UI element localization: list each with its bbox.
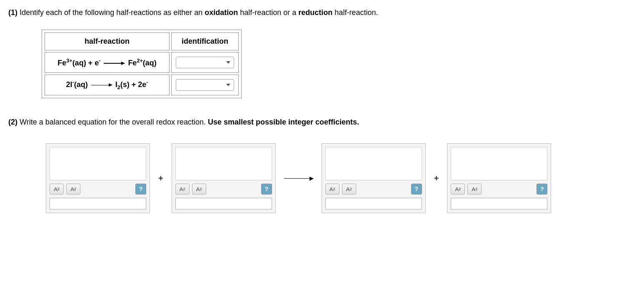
q1-number: (1) [8,8,17,17]
reactant-1-widget: A2 A2 ? [46,143,150,213]
product-1-input[interactable] [325,198,422,209]
table-row: Fe3+(aq) + e- Fe2+(aq) [45,52,239,73]
identification-select-1[interactable] [176,57,234,68]
reactant-1-toolbar: A2 A2 ? [50,184,146,194]
product-1-widget: A2 A2 ? [322,143,426,213]
product-2-toolbar: A2 A2 ? [451,184,547,194]
q1-text: (1) Identify each of the following half-… [8,7,636,18]
help-button[interactable]: ? [411,184,422,194]
table-row: 2I-(aq) I2(s) + 2e- [45,75,239,95]
q2-text: (2) Write a balanced equation for the ov… [8,117,636,127]
subscript-button[interactable]: A2 [50,184,64,194]
chevron-down-icon [226,84,230,86]
question-2: (2) Write a balanced equation for the ov… [8,117,636,213]
subscript-button[interactable]: A2 [451,184,465,194]
col-header-identification: identification [171,32,239,50]
reactant-2-widget: A2 A2 ? [172,143,276,213]
chevron-down-icon [226,61,230,64]
product-2-input[interactable] [451,198,547,209]
reaction-arrow-icon [284,178,313,179]
superscript-button[interactable]: A2 [342,184,356,194]
product-1-toolbar: A2 A2 ? [325,184,422,194]
half-reaction-1: Fe3+(aq) + e- Fe2+(aq) [45,52,170,73]
superscript-button[interactable]: A2 [66,184,80,194]
product-1-display[interactable] [325,147,422,180]
col-header-half-reaction: half-reaction [45,32,170,50]
half-reaction-2: 2I-(aq) I2(s) + 2e- [45,75,170,95]
plus-operator: + [158,174,163,183]
reactant-2-toolbar: A2 A2 ? [175,184,272,194]
superscript-button[interactable]: A2 [192,184,206,194]
help-button[interactable]: ? [135,184,146,194]
arrow-icon [91,85,112,86]
plus-operator: + [434,174,439,183]
q2-number: (2) [8,118,17,126]
half-reaction-table: half-reaction identification Fe3+(aq) + … [42,30,242,98]
identification-select-2[interactable] [176,79,234,91]
product-2-display[interactable] [451,147,547,180]
equation-row: A2 A2 ? + A2 A2 ? A [46,143,636,213]
arrow-icon [104,63,125,64]
reactant-2-input[interactable] [175,198,272,209]
subscript-button[interactable]: A2 [175,184,190,194]
reactant-1-display[interactable] [50,147,146,180]
reactant-1-input[interactable] [50,198,146,209]
superscript-button[interactable]: A2 [467,184,482,194]
reactant-2-display[interactable] [175,147,272,180]
question-1: (1) Identify each of the following half-… [8,7,636,100]
product-2-widget: A2 A2 ? [447,143,551,213]
help-button[interactable]: ? [537,184,547,194]
help-button[interactable]: ? [261,184,272,194]
subscript-button[interactable]: A2 [325,184,339,194]
